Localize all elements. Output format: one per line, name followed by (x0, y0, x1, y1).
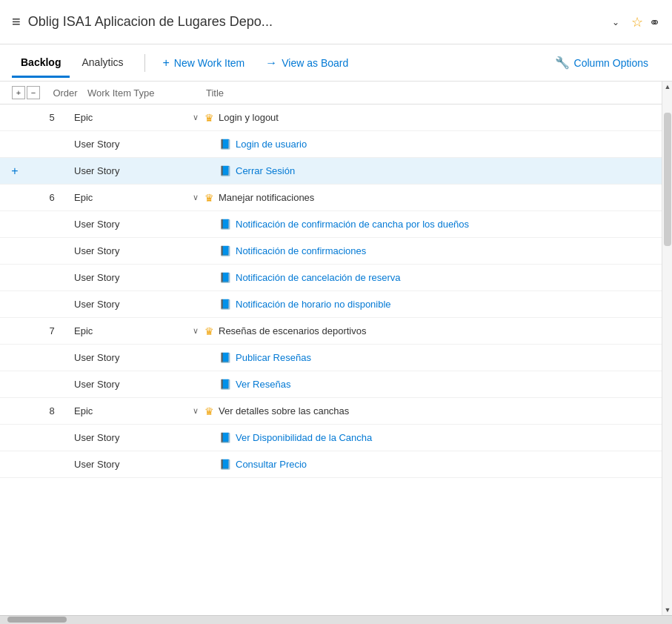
row-title[interactable]: 📘Notificación de confirmaciones (193, 245, 662, 256)
user-story-title-link[interactable]: Notificación de cancelación de reserva (236, 272, 401, 283)
add-child-button[interactable]: + (0, 165, 30, 178)
table-row[interactable]: +7Epic∨♛Reseñas de escenarios deportivos (0, 318, 662, 345)
row-type: User Story (74, 432, 193, 443)
h-scroll-thumb[interactable] (7, 617, 67, 623)
epic-title-text: Manejar notificaciones (219, 192, 314, 203)
tab-analytics[interactable]: Analytics (73, 47, 132, 78)
row-type: User Story (74, 245, 193, 256)
epic-title-text: Ver detalles sobre las canchas (219, 405, 349, 416)
table-row[interactable]: +5Epic∨♛Login y logout (0, 104, 662, 131)
table-row[interactable]: +User Story📘Ver Reseñas (0, 371, 662, 398)
collapse-all-button[interactable]: − (27, 86, 40, 99)
wrench-icon: 🔧 (555, 56, 570, 70)
row-type: User Story (74, 379, 193, 390)
row-type: User Story (74, 272, 193, 283)
expand-chevron-icon[interactable]: ∨ (193, 113, 199, 122)
tab-backlog[interactable]: Backlog (12, 47, 70, 78)
user-story-book-icon: 📘 (219, 432, 231, 443)
expand-chevron-icon[interactable]: ∨ (193, 193, 199, 202)
table-row[interactable]: +User Story📘Cerrar Sesión (0, 158, 662, 185)
epic-crown-icon: ♛ (204, 192, 214, 204)
table-row[interactable]: +User Story📘Notificación de cancelación … (0, 265, 662, 291)
row-type: User Story (74, 352, 193, 363)
row-title[interactable]: ∨♛Reseñas de escenarios deportivos (193, 325, 662, 337)
expand-chevron-icon[interactable]: ∨ (193, 326, 199, 336)
new-work-item-label: New Work Item (174, 57, 244, 69)
user-story-book-icon: 📘 (219, 299, 231, 310)
user-story-book-icon: 📘 (219, 272, 231, 283)
toolbar: Backlog Analytics + New Work Item → View… (0, 44, 672, 82)
user-story-title-link[interactable]: Notificación de horario no disponible (236, 299, 391, 310)
row-title[interactable]: 📘Publicar Reseñas (193, 352, 662, 363)
epic-crown-icon: ♛ (204, 325, 214, 337)
epic-title-text: Reseñas de escenarios deportivos (219, 325, 366, 336)
person-icon[interactable]: ⚭ (649, 14, 660, 30)
vertical-scrollbar[interactable]: ▲ ▼ (662, 82, 672, 615)
scroll-up-arrow[interactable]: ▲ (662, 82, 672, 92)
user-story-book-icon: 📘 (219, 245, 231, 256)
epic-crown-icon: ♛ (204, 112, 214, 124)
chevron-down-icon[interactable]: ⌄ (612, 17, 619, 27)
scroll-down-arrow[interactable]: ▼ (662, 605, 672, 615)
user-story-title-link[interactable]: Ver Reseñas (236, 379, 290, 390)
row-type: User Story (74, 139, 193, 150)
row-type: User Story (74, 299, 193, 310)
row-type: User Story (74, 459, 193, 470)
order-column-header: Order (43, 87, 87, 99)
user-story-title-link[interactable]: Publicar Reseñas (236, 352, 311, 363)
view-as-board-button[interactable]: → View as Board (256, 52, 357, 74)
user-story-book-icon: 📘 (219, 379, 231, 390)
table-container: + − Order Work Item Type Title +5Epic∨♛L… (0, 82, 672, 615)
row-title[interactable]: 📘Notificación de horario no disponible (193, 299, 662, 310)
row-type: Epic (74, 325, 193, 336)
table-row[interactable]: +6Epic∨♛Manejar notificaciones (0, 185, 662, 211)
row-title[interactable]: 📘Notificación de confirmación de cancha … (193, 219, 662, 230)
new-work-item-button[interactable]: + New Work Item (154, 52, 254, 74)
row-type: Epic (74, 192, 193, 203)
row-title[interactable]: 📘Login de usuario (193, 139, 662, 150)
row-title[interactable]: ∨♛Manejar notificaciones (193, 192, 662, 204)
plus-icon: + (163, 56, 170, 70)
row-order: 5 (30, 112, 74, 123)
row-title[interactable]: ∨♛Login y logout (193, 112, 662, 124)
user-story-title-link[interactable]: Ver Disponibilidad de la Cancha (236, 432, 372, 443)
expand-all-button[interactable]: + (12, 86, 25, 99)
table-row[interactable]: +User Story📘Notificación de confirmación… (0, 211, 662, 238)
row-order: 7 (30, 325, 74, 336)
user-story-title-link[interactable]: Notificación de confirmación de cancha p… (236, 219, 469, 230)
header: ≡ Oblig ISA1 Aplicacion de Lugares Depo.… (0, 0, 672, 44)
board-icon: → (265, 56, 277, 70)
table-row[interactable]: +User Story📘Notificación de horario no d… (0, 291, 662, 318)
column-options-button[interactable]: 🔧 Column Options (546, 51, 657, 74)
row-type: Epic (74, 112, 193, 123)
table-row[interactable]: +User Story📘Login de usuario (0, 131, 662, 158)
row-title[interactable]: 📘Ver Reseñas (193, 379, 662, 390)
row-type: User Story (74, 219, 193, 230)
table-row[interactable]: +User Story📘Notificación de confirmacion… (0, 238, 662, 265)
favorite-icon[interactable]: ☆ (631, 14, 643, 30)
user-story-title-link[interactable]: Consultar Precio (236, 459, 307, 470)
row-title[interactable]: 📘Consultar Precio (193, 459, 662, 470)
row-title[interactable]: 📘Ver Disponibilidad de la Cancha (193, 432, 662, 443)
epic-title-text: Login y logout (219, 112, 279, 123)
user-story-title-link[interactable]: Cerrar Sesión (236, 165, 295, 176)
row-title[interactable]: 📘Cerrar Sesión (193, 165, 662, 176)
table-row[interactable]: +User Story📘Ver Disponibilidad de la Can… (0, 425, 662, 451)
row-type: Epic (74, 405, 193, 416)
project-title: Oblig ISA1 Aplicacion de Lugares Depo... (28, 14, 606, 30)
user-story-title-link[interactable]: Notificación de confirmaciones (236, 245, 366, 256)
table-row[interactable]: +User Story📘Consultar Precio (0, 451, 662, 478)
table-row[interactable]: +User Story📘Publicar Reseñas (0, 345, 662, 371)
horizontal-scrollbar[interactable] (0, 615, 672, 624)
row-title[interactable]: ∨♛Ver detalles sobre las canchas (193, 405, 662, 417)
table-row[interactable]: +8Epic∨♛Ver detalles sobre las canchas (0, 398, 662, 425)
scroll-thumb[interactable] (664, 113, 671, 246)
column-headers: + − Order Work Item Type Title (0, 82, 662, 104)
user-story-book-icon: 📘 (219, 459, 231, 470)
view-as-board-label: View as Board (282, 57, 348, 69)
epic-crown-icon: ♛ (204, 405, 214, 417)
user-story-title-link[interactable]: Login de usuario (236, 139, 307, 150)
row-title[interactable]: 📘Notificación de cancelación de reserva (193, 272, 662, 283)
expand-chevron-icon[interactable]: ∨ (193, 406, 199, 416)
toolbar-divider (144, 54, 145, 72)
